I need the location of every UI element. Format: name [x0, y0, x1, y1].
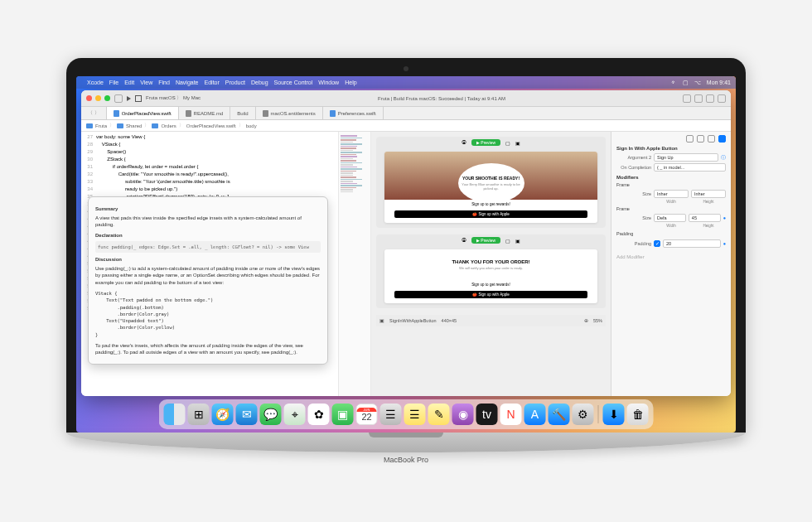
preview-inspect-icon[interactable]: ▣ — [515, 238, 520, 244]
close-window-button[interactable] — [86, 95, 92, 101]
folder-icon — [152, 123, 158, 128]
selection-indicator-icon[interactable]: ▣ — [379, 318, 384, 323]
menu-view[interactable]: View — [140, 80, 152, 85]
modifier-dot-icon[interactable]: ● — [723, 215, 726, 220]
dock-messages-icon[interactable]: 💬 — [260, 404, 282, 425]
minimize-window-button[interactable] — [95, 95, 101, 101]
wifi-icon[interactable]: ᯤ — [671, 80, 677, 85]
on-completion-field[interactable]: { _ in model... — [654, 163, 726, 172]
menu-window[interactable]: Window — [318, 80, 339, 85]
code-review-button[interactable] — [694, 94, 703, 103]
menu-product[interactable]: Product — [225, 80, 245, 85]
dock-calendar-icon[interactable]: JUN 22 — [356, 404, 378, 425]
canvas-area: ⦿ ▶ Preview ▢ ▣ YOUR SMOOTHIE IS READY! … — [371, 132, 611, 396]
inspector-toggle-button[interactable] — [718, 94, 726, 103]
menu-editor[interactable]: Editor — [205, 80, 220, 85]
width-field-1[interactable]: Inher — [654, 190, 689, 198]
preview-inspect-icon[interactable]: ▣ — [515, 140, 520, 146]
pin-icon[interactable]: ⦿ — [462, 238, 466, 243]
battery-icon[interactable]: ▢ — [683, 80, 689, 86]
menu-help[interactable]: Help — [345, 80, 356, 85]
dock-mail-icon[interactable]: ✉ — [236, 404, 258, 425]
preview-signin-apple-button: 🍎 Sign up with Apple — [394, 291, 587, 298]
dock-facetime-icon[interactable]: ▣ — [332, 404, 354, 425]
navigator-toggle-button[interactable] — [114, 94, 123, 103]
menu-debug[interactable]: Debug — [251, 80, 268, 85]
run-button[interactable] — [127, 96, 131, 101]
modifiers-heading: Modifiers — [616, 175, 726, 180]
dock-finder-icon[interactable] — [164, 404, 186, 425]
history-inspector-tab[interactable] — [697, 135, 704, 143]
dock-xcode-icon[interactable]: 🔨 — [549, 404, 570, 425]
dock-downloads-icon[interactable]: ⬇ — [603, 404, 625, 425]
height-field-2[interactable]: 45 — [689, 214, 721, 222]
pin-icon[interactable]: ⦿ — [462, 140, 466, 145]
padding-checkbox[interactable] — [654, 240, 660, 247]
control-center-icon[interactable]: ⌥ — [694, 80, 701, 86]
dock-podcasts-icon[interactable]: ◉ — [452, 404, 474, 425]
swift-file-icon — [330, 110, 336, 117]
popover-code-snippet: VStack { Text("Text padded on the bottom… — [95, 288, 321, 340]
menu-find[interactable]: Find — [158, 80, 170, 85]
swift-file-icon — [114, 110, 119, 117]
preview-card1-subtitle: Your Berry Blue smoothie is ready to be … — [458, 182, 524, 191]
padding-value-field[interactable]: 20 — [663, 239, 721, 248]
dock-separator — [598, 405, 599, 423]
attributes-inspector-tab[interactable] — [718, 135, 726, 143]
dock-safari-icon[interactable]: 🧭 — [212, 404, 234, 425]
minimap[interactable] — [338, 132, 371, 396]
menu-source-control[interactable]: Source Control — [274, 80, 313, 85]
tab-entitlements[interactable]: macOS.entitlements — [256, 107, 323, 119]
menu-file[interactable]: File — [109, 80, 118, 85]
menu-navigate[interactable]: Navigate — [176, 80, 199, 85]
live-preview-button[interactable]: ▶ Preview — [471, 139, 500, 146]
popover-note: To pad the view's insets, which affects … — [95, 342, 321, 356]
jump-bar[interactable]: Fruta〉 Shared〉 Orders〉 OrderPlacedView.s… — [81, 120, 731, 132]
zoom-window-button[interactable] — [104, 95, 110, 101]
clock[interactable]: Mon 9:41 — [707, 80, 731, 85]
zoom-icon[interactable]: ⊕ — [584, 318, 588, 323]
dock-photos-icon[interactable]: ✿ — [308, 404, 330, 425]
screen: Xcode File Edit View Find Navigate Edito… — [76, 76, 736, 433]
dock-launchpad-icon[interactable]: ⊞ — [188, 404, 210, 425]
add-modifier-field[interactable]: Add Modifier — [616, 254, 726, 259]
nav-back-forward[interactable]: 〈 〉 — [81, 107, 107, 119]
dock-contacts-icon[interactable]: ☰ — [380, 404, 402, 425]
preview-1: ⦿ ▶ Preview ▢ ▣ YOUR SMOOTHIE IS READY! … — [376, 137, 606, 228]
preview-device-icon[interactable]: ▢ — [505, 140, 510, 146]
preview-device-icon[interactable]: ▢ — [505, 238, 510, 244]
code-editor[interactable]: 27var body: some View {28 VStack {29 Spa… — [81, 132, 338, 396]
selected-element-dims: 440×45 — [442, 318, 457, 323]
editor-options-button[interactable] — [706, 94, 714, 103]
dock-system-prefs-icon[interactable]: ⚙ — [573, 404, 594, 425]
arg2-label: Argument 2 — [616, 155, 651, 160]
height-field-1[interactable]: Inher — [691, 190, 726, 198]
stop-button[interactable] — [135, 95, 142, 102]
tab-readme[interactable]: README.md — [179, 107, 231, 119]
file-inspector-tab[interactable] — [686, 135, 694, 143]
zoom-level[interactable]: 55% — [593, 318, 602, 323]
modifier-dot-icon[interactable]: ● — [723, 241, 726, 246]
dock-tv-icon[interactable]: tv — [476, 404, 498, 425]
scheme-selector[interactable]: Fruta macOS 〉 My Mac — [146, 94, 201, 102]
info-icon[interactable]: ⓘ — [721, 155, 726, 161]
width-field-2[interactable]: Defa — [654, 214, 686, 222]
live-preview-button[interactable]: ▶ Preview — [471, 237, 500, 244]
quickhelp-inspector-tab[interactable] — [708, 135, 715, 143]
arg2-field[interactable]: Sign Up — [654, 153, 718, 162]
inspector-heading: Sign In With Apple Button — [616, 146, 726, 151]
dock-maps-icon[interactable]: ⌖ — [284, 404, 306, 425]
padding-heading: Padding — [616, 231, 726, 236]
library-button[interactable] — [683, 94, 691, 103]
tab-orderplacedview[interactable]: OrderPlacedView.swift — [107, 107, 179, 119]
popover-declaration-code: func padding(_ edges: Edge.Set = .all, _… — [95, 241, 321, 253]
app-name[interactable]: Xcode — [87, 80, 104, 85]
tab-build[interactable]: Build — [230, 107, 255, 119]
dock-notes-icon[interactable]: ✎ — [428, 404, 450, 425]
dock-trash-icon[interactable]: 🗑 — [627, 404, 649, 425]
tab-preferences[interactable]: Preferences.swift — [323, 107, 384, 119]
dock-appstore-icon[interactable]: A — [524, 404, 546, 425]
menu-edit[interactable]: Edit — [124, 80, 134, 85]
dock-reminders-icon[interactable]: ☰ — [404, 404, 426, 425]
dock-news-icon[interactable]: N — [500, 404, 522, 425]
